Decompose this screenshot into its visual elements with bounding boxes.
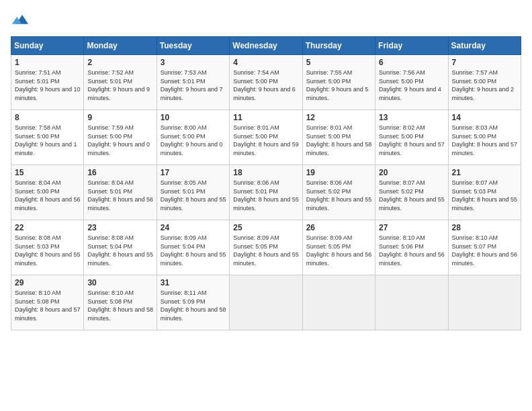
day-number: 8 (15, 113, 81, 122)
calendar-cell: 22Sunrise: 8:08 AMSunset: 5:03 PMDayligh… (11, 220, 84, 275)
week-row: 1Sunrise: 7:51 AMSunset: 5:01 PMDaylight… (11, 55, 521, 110)
day-number: 15 (15, 168, 81, 177)
cell-info: Sunrise: 8:09 AMSunset: 5:05 PMDaylight:… (233, 234, 299, 267)
day-number: 24 (161, 223, 226, 232)
calendar-cell: 7Sunrise: 7:57 AMSunset: 5:00 PMDaylight… (448, 55, 521, 110)
day-number: 16 (87, 168, 153, 177)
cell-info: Sunrise: 7:53 AMSunset: 5:01 PMDaylight:… (161, 68, 226, 102)
cell-info: Sunrise: 8:08 AMSunset: 5:04 PMDaylight:… (87, 234, 153, 267)
cell-info: Sunrise: 8:05 AMSunset: 5:01 PMDaylight:… (161, 179, 226, 212)
logo (11, 11, 28, 30)
day-number: 27 (379, 223, 445, 232)
calendar-cell: 28Sunrise: 8:10 AMSunset: 5:07 PMDayligh… (448, 220, 521, 275)
day-number: 14 (452, 113, 518, 122)
week-row: 29Sunrise: 8:10 AMSunset: 5:08 PMDayligh… (11, 275, 521, 330)
calendar-cell: 29Sunrise: 8:10 AMSunset: 5:08 PMDayligh… (11, 275, 84, 330)
cell-info: Sunrise: 8:10 AMSunset: 5:08 PMDaylight:… (15, 289, 81, 322)
calendar-cell: 11Sunrise: 8:01 AMSunset: 5:00 PMDayligh… (230, 110, 302, 165)
day-number: 19 (306, 168, 372, 177)
calendar-cell: 24Sunrise: 8:09 AMSunset: 5:04 PMDayligh… (157, 220, 229, 275)
day-header-monday: Monday (84, 37, 157, 55)
day-header-sunday: Sunday (11, 37, 84, 55)
day-number: 12 (306, 113, 372, 122)
cell-info: Sunrise: 8:04 AMSunset: 5:00 PMDaylight:… (15, 179, 81, 212)
calendar-cell: 8Sunrise: 7:58 AMSunset: 5:00 PMDaylight… (11, 110, 84, 165)
day-number: 21 (452, 168, 518, 177)
day-number: 2 (87, 58, 153, 67)
calendar-cell: 23Sunrise: 8:08 AMSunset: 5:04 PMDayligh… (84, 220, 157, 275)
day-number: 18 (233, 168, 299, 177)
calendar-cell (230, 275, 302, 330)
cell-info: Sunrise: 8:06 AMSunset: 5:01 PMDaylight:… (233, 179, 299, 212)
cell-info: Sunrise: 7:59 AMSunset: 5:00 PMDaylight:… (87, 124, 153, 157)
day-header-tuesday: Tuesday (157, 37, 229, 55)
cell-info: Sunrise: 8:09 AMSunset: 5:05 PMDaylight:… (306, 234, 372, 267)
day-number: 26 (306, 223, 372, 232)
day-number: 4 (233, 58, 299, 67)
cell-info: Sunrise: 8:08 AMSunset: 5:03 PMDaylight:… (15, 234, 81, 267)
cell-info: Sunrise: 7:56 AMSunset: 5:00 PMDaylight:… (379, 68, 445, 102)
cell-info: Sunrise: 8:03 AMSunset: 5:00 PMDaylight:… (452, 124, 518, 157)
day-number: 1 (15, 58, 81, 67)
day-number: 6 (379, 58, 445, 67)
calendar-table: SundayMondayTuesdayWednesdayThursdayFrid… (11, 36, 521, 330)
day-number: 9 (87, 113, 153, 122)
cell-info: Sunrise: 8:10 AMSunset: 5:08 PMDaylight:… (87, 289, 153, 322)
calendar-cell: 12Sunrise: 8:01 AMSunset: 5:00 PMDayligh… (302, 110, 375, 165)
calendar-cell (302, 275, 375, 330)
calendar-cell: 10Sunrise: 8:00 AMSunset: 5:00 PMDayligh… (157, 110, 229, 165)
cell-info: Sunrise: 8:10 AMSunset: 5:07 PMDaylight:… (452, 234, 518, 267)
day-number: 10 (161, 113, 226, 122)
page-container: SundayMondayTuesdayWednesdayThursdayFrid… (0, 0, 532, 337)
cell-info: Sunrise: 8:10 AMSunset: 5:06 PMDaylight:… (379, 234, 445, 267)
week-row: 15Sunrise: 8:04 AMSunset: 5:00 PMDayligh… (11, 165, 521, 220)
day-number: 31 (161, 278, 226, 287)
day-number: 20 (379, 168, 445, 177)
logo-icon (12, 11, 28, 27)
calendar-cell: 26Sunrise: 8:09 AMSunset: 5:05 PMDayligh… (302, 220, 375, 275)
cell-info: Sunrise: 8:04 AMSunset: 5:01 PMDaylight:… (87, 179, 153, 212)
calendar-cell: 3Sunrise: 7:53 AMSunset: 5:01 PMDaylight… (157, 55, 229, 110)
calendar-cell: 20Sunrise: 8:07 AMSunset: 5:02 PMDayligh… (375, 165, 448, 220)
day-header-thursday: Thursday (302, 37, 375, 55)
calendar-cell: 19Sunrise: 8:06 AMSunset: 5:02 PMDayligh… (302, 165, 375, 220)
calendar-cell: 9Sunrise: 7:59 AMSunset: 5:00 PMDaylight… (84, 110, 157, 165)
day-number: 17 (161, 168, 226, 177)
calendar-cell: 6Sunrise: 7:56 AMSunset: 5:00 PMDaylight… (375, 55, 448, 110)
day-number: 3 (161, 58, 226, 67)
day-number: 11 (233, 113, 299, 122)
calendar-cell: 2Sunrise: 7:52 AMSunset: 5:01 PMDaylight… (84, 55, 157, 110)
day-number: 13 (379, 113, 445, 122)
cell-info: Sunrise: 8:00 AMSunset: 5:00 PMDaylight:… (161, 124, 226, 157)
day-header-friday: Friday (375, 37, 448, 55)
calendar-cell: 4Sunrise: 7:54 AMSunset: 5:00 PMDaylight… (230, 55, 302, 110)
header-row: SundayMondayTuesdayWednesdayThursdayFrid… (11, 37, 521, 55)
cell-info: Sunrise: 7:51 AMSunset: 5:01 PMDaylight:… (15, 68, 81, 102)
day-number: 30 (87, 278, 153, 287)
day-number: 5 (306, 58, 372, 67)
cell-info: Sunrise: 8:07 AMSunset: 5:03 PMDaylight:… (452, 179, 518, 212)
day-number: 7 (452, 58, 518, 67)
day-header-saturday: Saturday (448, 37, 521, 55)
calendar-cell: 30Sunrise: 8:10 AMSunset: 5:08 PMDayligh… (84, 275, 157, 330)
day-number: 28 (452, 223, 518, 232)
day-number: 22 (15, 223, 81, 232)
calendar-cell: 15Sunrise: 8:04 AMSunset: 5:00 PMDayligh… (11, 165, 84, 220)
calendar-cell: 31Sunrise: 8:11 AMSunset: 5:09 PMDayligh… (157, 275, 229, 330)
calendar-cell: 27Sunrise: 8:10 AMSunset: 5:06 PMDayligh… (375, 220, 448, 275)
cell-info: Sunrise: 8:11 AMSunset: 5:09 PMDaylight:… (161, 289, 226, 322)
calendar-cell: 5Sunrise: 7:55 AMSunset: 5:00 PMDaylight… (302, 55, 375, 110)
calendar-cell: 21Sunrise: 8:07 AMSunset: 5:03 PMDayligh… (448, 165, 521, 220)
calendar-cell: 17Sunrise: 8:05 AMSunset: 5:01 PMDayligh… (157, 165, 229, 220)
cell-info: Sunrise: 8:06 AMSunset: 5:02 PMDaylight:… (306, 179, 372, 212)
calendar-cell (375, 275, 448, 330)
cell-info: Sunrise: 8:01 AMSunset: 5:00 PMDaylight:… (233, 124, 299, 157)
day-number: 29 (15, 278, 81, 287)
cell-info: Sunrise: 7:58 AMSunset: 5:00 PMDaylight:… (15, 124, 81, 157)
day-header-wednesday: Wednesday (230, 37, 302, 55)
calendar-cell: 16Sunrise: 8:04 AMSunset: 5:01 PMDayligh… (84, 165, 157, 220)
cell-info: Sunrise: 8:07 AMSunset: 5:02 PMDaylight:… (379, 179, 445, 212)
cell-info: Sunrise: 7:55 AMSunset: 5:00 PMDaylight:… (306, 68, 372, 102)
calendar-cell: 18Sunrise: 8:06 AMSunset: 5:01 PMDayligh… (230, 165, 302, 220)
calendar-cell (448, 275, 521, 330)
